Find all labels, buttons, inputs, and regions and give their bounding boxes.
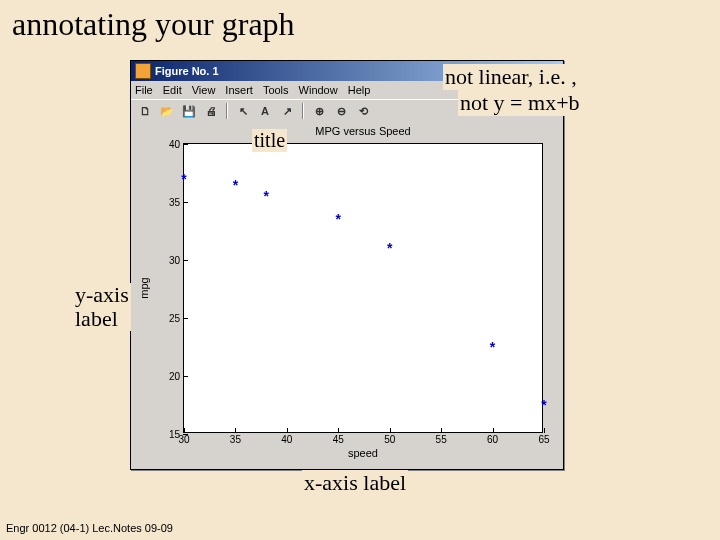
- print-icon[interactable]: 🖨: [201, 101, 221, 121]
- xtick-label: 50: [384, 434, 395, 445]
- plot-area: MPG versus Speed mpg 1520253035403035404…: [131, 121, 563, 469]
- menu-insert[interactable]: Insert: [225, 84, 253, 96]
- ytick-label: 20: [169, 371, 180, 382]
- ytick-label: 35: [169, 197, 180, 208]
- y-axis-label: mpg: [137, 143, 151, 433]
- ytick-label: 25: [169, 313, 180, 324]
- menu-window[interactable]: Window: [299, 84, 338, 96]
- data-point: *: [264, 188, 269, 204]
- callout-title: title: [252, 129, 287, 152]
- new-icon[interactable]: 🗋: [135, 101, 155, 121]
- data-point: *: [541, 397, 546, 413]
- callout-nonlinear-line2: not y = mx+b: [458, 90, 582, 116]
- xtick-label: 30: [178, 434, 189, 445]
- matlab-figure-window: Figure No. 1 _ □ × File Edit View Insert…: [130, 60, 564, 470]
- arrow-icon[interactable]: ↖: [233, 101, 253, 121]
- ytick-label: 30: [169, 255, 180, 266]
- xtick-label: 45: [333, 434, 344, 445]
- xtick-label: 60: [487, 434, 498, 445]
- data-point: *: [181, 171, 186, 187]
- xtick-label: 55: [436, 434, 447, 445]
- save-icon[interactable]: 💾: [179, 101, 199, 121]
- chart-title: MPG versus Speed: [183, 125, 543, 137]
- xtick-label: 35: [230, 434, 241, 445]
- open-icon[interactable]: 📂: [157, 101, 177, 121]
- menu-tools[interactable]: Tools: [263, 84, 289, 96]
- text-icon[interactable]: A: [255, 101, 275, 121]
- menu-file[interactable]: File: [135, 84, 153, 96]
- data-point: *: [387, 240, 392, 256]
- data-point: *: [233, 177, 238, 193]
- slide-footer: Engr 0012 (04-1) Lec.Notes 09-09: [6, 522, 173, 534]
- zoomout-icon[interactable]: ⊖: [331, 101, 351, 121]
- window-title: Figure No. 1: [155, 65, 219, 77]
- axes[interactable]: 1520253035403035404550556065*******: [183, 143, 543, 433]
- menu-help[interactable]: Help: [348, 84, 371, 96]
- menu-view[interactable]: View: [192, 84, 216, 96]
- x-axis-label: speed: [183, 447, 543, 459]
- callout-xaxis: x-axis label: [302, 470, 408, 496]
- data-point: *: [336, 211, 341, 227]
- callout-nonlinear-line1: not linear, i.e. ,: [443, 64, 579, 90]
- rotate-icon[interactable]: ⟲: [353, 101, 373, 121]
- menu-edit[interactable]: Edit: [163, 84, 182, 96]
- xtick-label: 40: [281, 434, 292, 445]
- draw-icon[interactable]: ↗: [277, 101, 297, 121]
- data-point: *: [490, 339, 495, 355]
- zoomin-icon[interactable]: ⊕: [309, 101, 329, 121]
- ytick-label: 40: [169, 139, 180, 150]
- matlab-icon: [135, 63, 151, 79]
- slide-title: annotating your graph: [12, 6, 295, 43]
- callout-yaxis: y-axis label: [73, 283, 131, 331]
- xtick-label: 65: [538, 434, 549, 445]
